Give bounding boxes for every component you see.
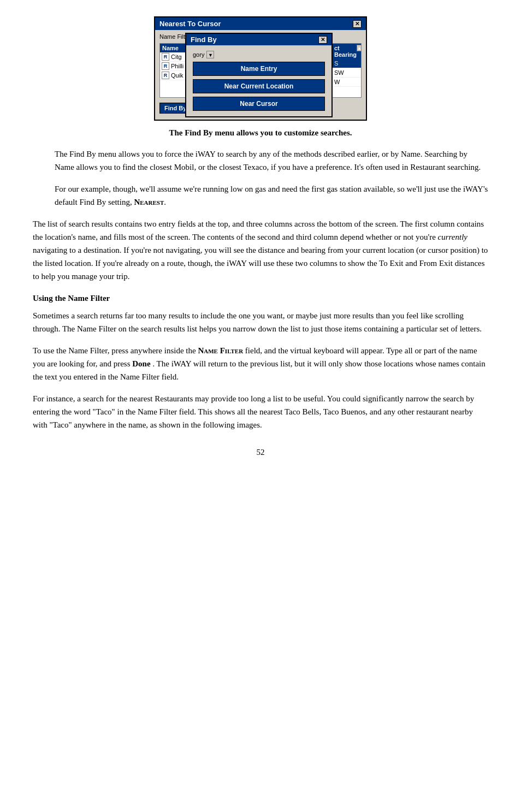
bearing-scroll: S SW W bbox=[332, 59, 361, 98]
name-filter-smallcaps: Name Filter bbox=[198, 346, 243, 355]
para3-italic: currently bbox=[438, 233, 467, 241]
bearing-scroll-up[interactable]: ▲ bbox=[357, 45, 362, 51]
name-entry-button[interactable]: Name Entry bbox=[193, 62, 325, 76]
paragraph-3: The list of search results contains two … bbox=[33, 217, 488, 283]
section-heading-block: Using the Name Filter Sometimes a search… bbox=[33, 292, 488, 335]
paragraph-6: For instance, a search for the nearest R… bbox=[33, 392, 488, 431]
findby-title-bar: Find By ✕ bbox=[186, 34, 331, 45]
para3-cont: navigating to a destination. If you're n… bbox=[33, 246, 488, 281]
category-row: gory ▼ bbox=[193, 51, 325, 58]
bearing-item-2[interactable]: W bbox=[332, 78, 361, 87]
bearing-item-1[interactable]: SW bbox=[332, 68, 361, 78]
caption: The Find By menu allows you to customize… bbox=[33, 128, 488, 138]
done-bold: Done bbox=[132, 359, 150, 368]
result-icon-2: R bbox=[162, 72, 169, 79]
para3-start: The list of search results contains two … bbox=[33, 220, 484, 241]
result-name-0: Citg bbox=[171, 54, 182, 60]
result-name-2: Quik bbox=[171, 72, 183, 79]
para6-text: For instance, a search for the nearest R… bbox=[33, 392, 488, 431]
findby-body: gory ▼ Name Entry Near Current Location … bbox=[186, 45, 331, 116]
near-cursor-button[interactable]: Near Cursor bbox=[193, 97, 325, 111]
para5-start: To use the Name Filter, press anywhere i… bbox=[33, 346, 196, 355]
page-number: 52 bbox=[33, 448, 488, 457]
para3-text: The list of search results contains two … bbox=[33, 217, 488, 283]
paragraph-4: Sometimes a search returns far too many … bbox=[33, 309, 488, 335]
category-dropdown[interactable]: ▼ bbox=[206, 51, 214, 58]
bearing-column: ct Bearing ▲ S SW W ▼ bbox=[331, 43, 362, 98]
paragraph-2: For our example, though, we'll assume we… bbox=[55, 182, 488, 209]
window-title-bar: Nearest To Cursor ✕ bbox=[155, 17, 366, 30]
window-title: Nearest To Cursor bbox=[159, 20, 221, 28]
window-close-button[interactable]: ✕ bbox=[353, 20, 362, 28]
findby-dialog: Find By ✕ gory ▼ Name Entry Near Current… bbox=[185, 33, 333, 117]
para5-text: To use the Name Filter, press anywhere i… bbox=[33, 344, 488, 383]
bearing-header: ct Bearing ▲ bbox=[332, 44, 361, 59]
screenshot-area: Nearest To Cursor ✕ Name Filter Sub-Cate… bbox=[33, 16, 488, 121]
result-icon-0: R bbox=[162, 53, 169, 61]
paragraph-5: To use the Name Filter, press anywhere i… bbox=[33, 344, 488, 383]
name-column-header: Name bbox=[162, 45, 179, 51]
para2-end: . bbox=[164, 198, 166, 206]
near-current-location-button[interactable]: Near Current Location bbox=[193, 79, 325, 93]
para2-start: For our example, though, we'll assume we… bbox=[55, 185, 488, 206]
result-icon-1: R bbox=[162, 62, 169, 70]
para1-text: The Find By menu allows you to force the… bbox=[55, 147, 488, 174]
para2-text: For our example, though, we'll assume we… bbox=[55, 182, 488, 209]
findby-close-button[interactable]: ✕ bbox=[318, 36, 327, 44]
result-name-1: Philli bbox=[171, 63, 183, 69]
nearest-to-cursor-window: Nearest To Cursor ✕ Name Filter Sub-Cate… bbox=[154, 16, 367, 121]
bearing-item-0[interactable]: S bbox=[332, 59, 361, 68]
findby-title: Find By bbox=[191, 35, 217, 44]
paragraph-1: The Find By menu allows you to force the… bbox=[55, 147, 488, 174]
nearest-smallcaps: Nearest bbox=[134, 198, 164, 206]
section-heading: Using the Name Filter bbox=[33, 292, 488, 305]
bearing-header-label: ct Bearing bbox=[334, 45, 357, 58]
category-placeholder: gory bbox=[193, 51, 204, 58]
